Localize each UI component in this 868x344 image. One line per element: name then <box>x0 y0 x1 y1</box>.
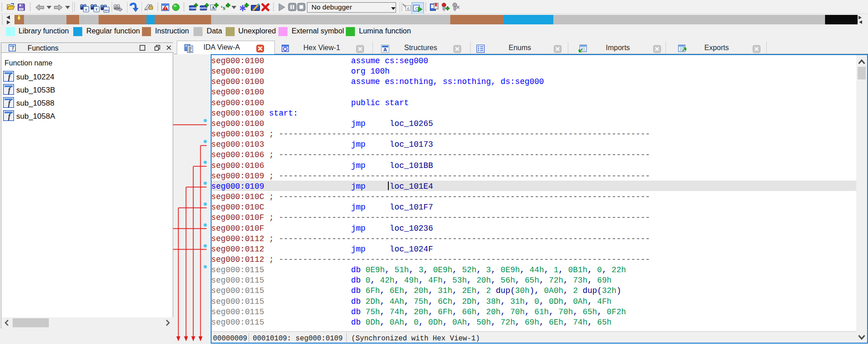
svg-text:DATA: DATA <box>200 7 207 9</box>
svg-text:#: # <box>85 8 87 12</box>
svg-text:T: T <box>95 8 98 12</box>
svg-text:101: 101 <box>104 9 109 12</box>
svg-text:c: c <box>415 5 417 11</box>
svg-text:CODE: CODE <box>189 7 196 9</box>
svg-text:A: A <box>383 47 387 52</box>
svg-text:A: A <box>212 5 215 10</box>
svg-text:c: c <box>407 6 410 11</box>
